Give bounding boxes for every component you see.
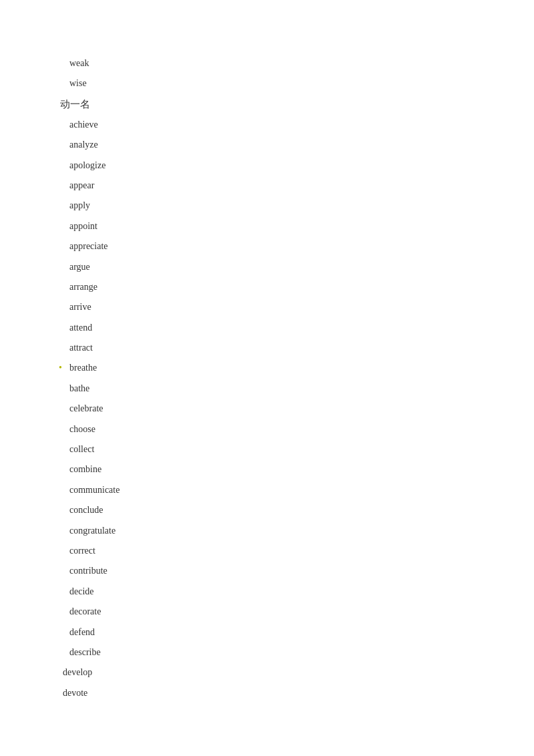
list-item[interactable]: apologize: [0, 156, 534, 176]
word-list: weakwise动一名achieveanalyzeapologizeappear…: [0, 0, 534, 756]
list-item[interactable]: communicate: [0, 480, 534, 500]
list-item[interactable]: conclude: [0, 500, 534, 520]
list-item[interactable]: collect: [0, 439, 534, 459]
list-item[interactable]: wise: [0, 73, 534, 93]
list-item[interactable]: appear: [0, 176, 534, 196]
list-item[interactable]: develop: [0, 663, 534, 683]
list-item[interactable]: attend: [0, 318, 534, 338]
list-item[interactable]: correct: [0, 541, 534, 561]
list-item[interactable]: arrive: [0, 297, 534, 317]
list-item[interactable]: defend: [0, 622, 534, 642]
list-item[interactable]: decorate: [0, 602, 534, 622]
section-header: 动一名: [0, 94, 534, 115]
list-item[interactable]: appreciate: [0, 236, 534, 256]
list-item[interactable]: attract: [0, 338, 534, 358]
list-item[interactable]: celebrate: [0, 399, 534, 419]
list-item[interactable]: combine: [0, 459, 534, 480]
list-item[interactable]: arrange: [0, 277, 534, 297]
list-item[interactable]: devote: [0, 683, 534, 703]
list-item[interactable]: achieve: [0, 115, 534, 135]
list-item[interactable]: describe: [0, 642, 534, 663]
list-item[interactable]: decide: [0, 582, 534, 602]
list-item[interactable]: argue: [0, 257, 534, 277]
list-item[interactable]: weak: [0, 53, 534, 73]
list-item[interactable]: breathe: [0, 358, 534, 378]
list-item[interactable]: congratulate: [0, 521, 534, 541]
list-item[interactable]: apply: [0, 196, 534, 216]
list-item[interactable]: contribute: [0, 561, 534, 581]
list-item[interactable]: choose: [0, 419, 534, 439]
list-item[interactable]: bathe: [0, 379, 534, 399]
list-item[interactable]: appoint: [0, 216, 534, 236]
list-item[interactable]: analyze: [0, 135, 534, 155]
